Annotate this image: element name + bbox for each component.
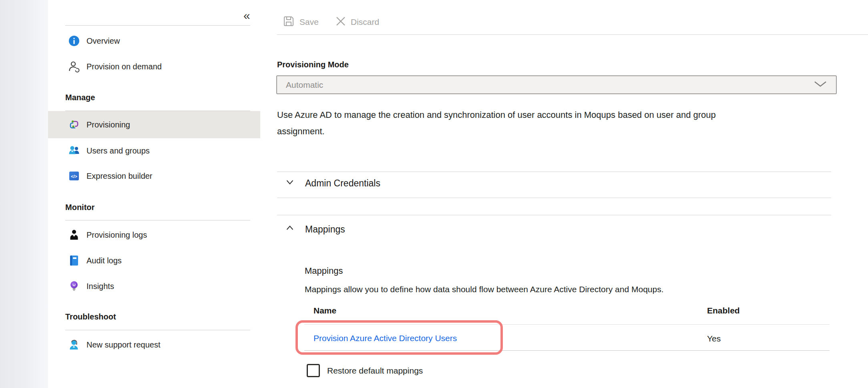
sidebar-item-provision-on-demand[interactable]: Provision on demand	[48, 57, 260, 76]
column-header-enabled: Enabled	[707, 306, 740, 315]
sidebar-divider	[65, 25, 250, 26]
sidebar-item-new-support-request[interactable]: New support request	[48, 335, 260, 354]
admin-credentials-header[interactable]: Admin Credentials	[284, 176, 380, 190]
table-row: Provision Azure Active Directory Users	[313, 333, 457, 343]
new-support-request-icon	[68, 339, 80, 351]
provisioning-description: Use Azure AD to manage the creation and …	[277, 107, 749, 139]
sidebar-item-label: Provisioning logs	[86, 230, 147, 240]
sidebar-collapse-button[interactable]: «	[243, 9, 250, 22]
sidebar-item-label: Expression builder	[86, 172, 153, 181]
mappings-title: Mappings	[305, 224, 345, 235]
left-rail	[0, 0, 48, 388]
sidebar-item-label: New support request	[86, 340, 161, 350]
chevron-up-icon	[284, 222, 295, 236]
sidebar-section-manage: Manage	[65, 93, 95, 102]
sidebar-item-label: Overview	[86, 36, 120, 46]
insights-icon	[68, 280, 80, 292]
provisioning-sync-icon	[68, 119, 80, 131]
section-divider	[277, 215, 831, 215]
sidebar-section-monitor: Monitor	[65, 203, 94, 212]
section-divider	[277, 198, 831, 198]
sidebar-item-label: Provision on demand	[86, 62, 162, 71]
provision-on-demand-icon	[68, 61, 80, 73]
mapping-enabled-value: Yes	[707, 334, 721, 344]
svg-text:</>: </>	[71, 174, 77, 179]
admin-credentials-title: Admin Credentials	[305, 178, 380, 189]
chevron-down-icon	[814, 80, 827, 90]
restore-default-mappings-label: Restore default mappings	[327, 366, 423, 376]
sidebar-item-expression-builder[interactable]: </> Expression builder	[48, 167, 260, 185]
audit-logs-icon	[68, 255, 80, 267]
discard-x-icon	[336, 16, 346, 28]
sidebar-section-troubleshoot: Troubleshoot	[65, 312, 116, 321]
provisioning-logs-icon	[68, 229, 80, 241]
mappings-description: Mappings allow you to define how data sh…	[305, 285, 664, 294]
save-icon	[283, 15, 295, 29]
column-header-name: Name	[313, 306, 336, 315]
expression-builder-icon: </>	[68, 170, 80, 182]
sidebar-divider	[65, 330, 250, 330]
sidebar-item-label: Audit logs	[86, 256, 122, 265]
sidebar-item-label: Users and groups	[86, 146, 150, 156]
table-row-divider	[304, 324, 830, 325]
sidebar-item-users-and-groups[interactable]: Users and groups	[48, 141, 260, 160]
toolbar-divider	[277, 34, 868, 35]
info-icon	[68, 35, 80, 47]
sidebar-item-audit-logs[interactable]: Audit logs	[48, 251, 260, 270]
sidebar-item-label: Insights	[86, 282, 114, 291]
discard-button[interactable]: Discard	[336, 13, 379, 31]
sidebar-item-provisioning-logs[interactable]: Provisioning logs	[48, 226, 260, 244]
sidebar-item-overview[interactable]: Overview	[48, 32, 260, 50]
save-button[interactable]: Save	[283, 13, 319, 31]
mapping-link-provision-azure-ad-users[interactable]: Provision Azure Active Directory Users	[313, 333, 457, 343]
table-row-divider	[304, 350, 830, 351]
discard-label: Discard	[351, 17, 379, 27]
mappings-subheading: Mappings	[305, 266, 343, 276]
provisioning-mode-value: Automatic	[286, 80, 323, 90]
sidebar: « Overview Provision on demand Manage	[48, 0, 260, 388]
users-groups-icon	[68, 145, 80, 157]
provisioning-mode-dropdown[interactable]: Automatic	[276, 75, 837, 94]
sidebar-item-insights[interactable]: Insights	[48, 277, 260, 295]
provisioning-mode-label: Provisioning Mode	[277, 60, 349, 69]
sidebar-item-label: Provisioning	[86, 120, 130, 129]
mappings-header[interactable]: Mappings	[284, 222, 345, 236]
sidebar-item-provisioning[interactable]: Provisioning	[48, 111, 260, 138]
section-divider	[277, 172, 831, 172]
chevron-down-icon	[284, 176, 295, 190]
sidebar-divider	[65, 220, 250, 220]
restore-default-mappings-checkbox[interactable]	[307, 364, 320, 377]
save-label: Save	[299, 17, 319, 27]
